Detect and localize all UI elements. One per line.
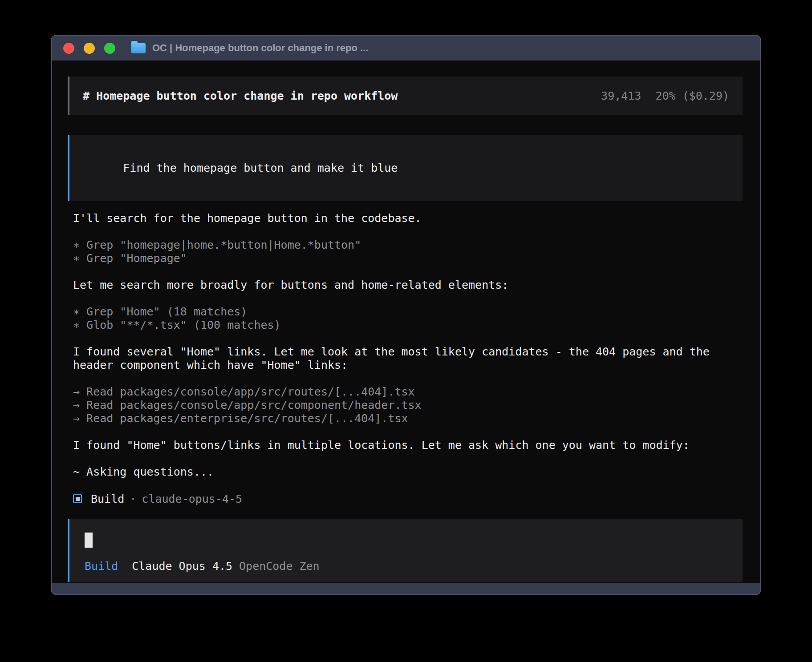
window-bottom-bar (52, 583, 760, 594)
assistant-transcript: I'll search for the homepage button in t… (68, 212, 743, 479)
transcript-line (73, 225, 743, 238)
transcript-line: header component which have "Home" links… (73, 359, 743, 372)
transcript-line: Let me search more broadly for buttons a… (73, 279, 743, 292)
session-header: # Homepage button color change in repo w… (68, 77, 743, 115)
tool-call-grep: ∗ Grep "Homepage" (73, 252, 743, 265)
prompt-meta: Build Claude Opus 4.5 OpenCode Zen (85, 560, 729, 573)
tool-call-grep: ∗ Grep "Home" (18 matches) (73, 305, 743, 319)
folder-icon (131, 43, 146, 53)
transcript-line (73, 452, 743, 465)
transcript-line (73, 292, 743, 305)
minimize-button[interactable] (84, 43, 95, 54)
terminal-window: OC | Homepage button color change in rep… (51, 35, 761, 595)
prompt-provider-label: OpenCode Zen (239, 560, 320, 573)
transcript-line: I found several "Home" links. Let me loo… (73, 345, 743, 359)
prompt-model-label: Claude Opus 4.5 (132, 560, 232, 573)
prompt-agent-label: Build (85, 560, 118, 573)
window-titlebar: OC | Homepage button color change in rep… (52, 36, 760, 61)
tool-call-read: → Read packages/console/app/src/routes/[… (73, 385, 743, 399)
agent-status-row: Build · claude-opus-4-5 (68, 492, 743, 505)
dot-separator: · (130, 492, 136, 505)
transcript-line: I'll search for the homepage button in t… (73, 212, 743, 225)
session-stats: 39,413 20% ($0.29) (601, 89, 729, 102)
model-name: claude-opus-4-5 (142, 492, 242, 505)
tool-call-read: → Read packages/console/app/src/componen… (73, 399, 743, 412)
tool-call-glob: ∗ Glob "**/*.tsx" (100 matches) (73, 319, 743, 332)
user-message: Find the homepage button and make it blu… (68, 135, 743, 201)
close-button[interactable] (63, 43, 74, 54)
transcript-line (73, 372, 743, 385)
tool-call-read: → Read packages/enterprise/src/routes/[.… (73, 412, 743, 425)
transcript-line (73, 332, 743, 345)
tool-call-grep: ∗ Grep "homepage|home.*button|Home.*butt… (73, 238, 743, 252)
prompt-input[interactable]: Build Claude Opus 4.5 OpenCode Zen (68, 519, 743, 582)
transcript-line (73, 425, 743, 439)
text-cursor (85, 533, 93, 548)
context-usage: 20% ($0.29) (655, 89, 729, 102)
transcript-line (73, 265, 743, 279)
terminal-content: # Homepage button color change in repo w… (52, 61, 760, 583)
status-asking-questions: ~ Asking questions... (73, 465, 743, 479)
window-title: OC | Homepage button color change in rep… (152, 42, 368, 54)
build-agent-icon (73, 494, 82, 503)
agent-name: Build (91, 492, 124, 505)
user-message-text: Find the homepage button and make it blu… (123, 161, 398, 174)
token-count: 39,413 (601, 89, 641, 102)
zoom-button[interactable] (104, 43, 115, 54)
session-title: # Homepage button color change in repo w… (83, 89, 398, 102)
transcript-line: I found "Home" buttons/links in multiple… (73, 439, 743, 452)
